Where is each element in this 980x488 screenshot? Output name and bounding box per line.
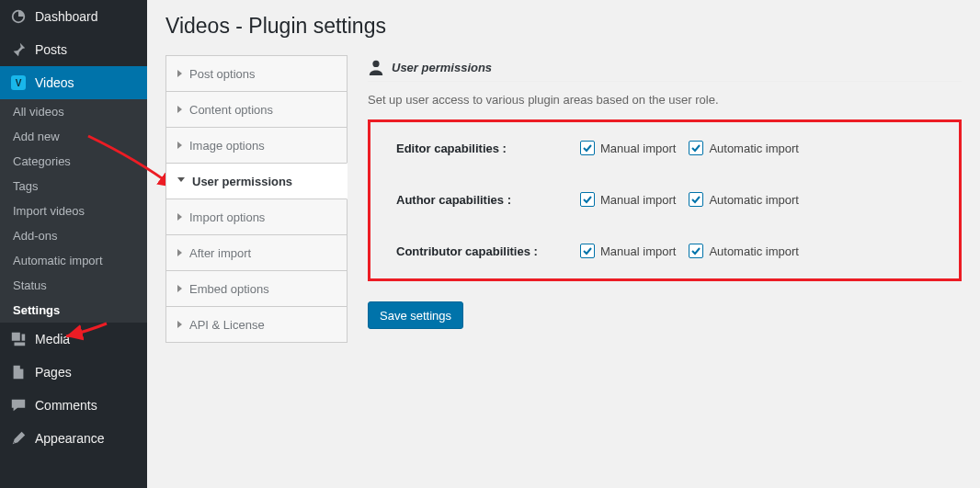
- chk-label: Automatic import: [709, 193, 799, 207]
- video-icon: V: [9, 74, 28, 92]
- sub-item-addons[interactable]: Add-ons: [0, 223, 147, 248]
- sidebar-item-appearance[interactable]: Appearance: [0, 422, 147, 455]
- check-icon: [689, 244, 703, 258]
- chk-label: Automatic import: [709, 244, 799, 258]
- panel-note: Set up user access to various plugin are…: [368, 81, 962, 107]
- sidebar-sub-videos: All videos Add new Categories Tags Impor…: [0, 99, 147, 323]
- brush-icon: [9, 429, 28, 448]
- sidebar-label: Pages: [35, 365, 72, 380]
- cap-label: Author capabilities :: [396, 193, 580, 207]
- checkbox-contributor-auto[interactable]: Automatic import: [689, 244, 799, 258]
- sidebar-item-dashboard[interactable]: Dashboard: [0, 0, 147, 33]
- sidebar-label: Dashboard: [35, 9, 98, 24]
- tab-content-options[interactable]: Content options: [165, 91, 348, 128]
- sub-item-automatic-import[interactable]: Automatic import: [0, 248, 147, 273]
- checkbox-author-auto[interactable]: Automatic import: [689, 192, 799, 207]
- chk-label: Manual import: [600, 244, 676, 258]
- capabilities-box: Editor capabilities : Manual import Auto…: [368, 119, 962, 281]
- tab-label: Image options: [189, 139, 265, 153]
- chk-label: Manual import: [600, 142, 676, 155]
- sub-item-import-videos[interactable]: Import videos: [0, 199, 147, 223]
- comment-icon: [9, 396, 28, 414]
- tab-api-license[interactable]: API & License: [165, 306, 348, 343]
- user-icon: [368, 59, 384, 75]
- sub-item-status[interactable]: Status: [0, 273, 147, 298]
- check-icon: [689, 141, 703, 155]
- page-icon: [9, 363, 28, 381]
- checkbox-contributor-manual[interactable]: Manual import: [580, 244, 676, 258]
- check-icon: [689, 192, 703, 207]
- sub-item-tags[interactable]: Tags: [0, 174, 147, 199]
- pin-icon: [9, 40, 28, 59]
- main-content: Videos - Plugin settings Post options Co…: [147, 0, 980, 488]
- check-icon: [580, 192, 595, 207]
- sidebar-item-pages[interactable]: Pages: [0, 356, 147, 389]
- svg-point-0: [372, 61, 379, 67]
- tab-import-options[interactable]: Import options: [165, 199, 348, 235]
- chk-label: Automatic import: [709, 142, 799, 155]
- check-icon: [580, 244, 595, 258]
- cap-label: Editor capabilities :: [396, 142, 580, 155]
- tab-image-options[interactable]: Image options: [165, 127, 348, 164]
- dashboard-icon: [9, 7, 28, 26]
- tab-label: Content options: [189, 103, 273, 117]
- sub-item-all-videos[interactable]: All videos: [0, 99, 147, 124]
- cap-row-author: Author capabilities : Manual import Auto…: [396, 192, 933, 207]
- tab-label: Embed options: [189, 282, 269, 296]
- cap-row-contributor: Contributor capabilities : Manual import…: [396, 244, 933, 258]
- sidebar-label: Videos: [35, 75, 74, 90]
- tab-label: User permissions: [192, 175, 292, 188]
- tab-label: Import options: [189, 210, 265, 224]
- tab-label: Post options: [189, 67, 256, 81]
- checkbox-editor-auto[interactable]: Automatic import: [689, 141, 799, 155]
- tab-post-options[interactable]: Post options: [165, 55, 348, 92]
- checkbox-editor-manual[interactable]: Manual import: [580, 141, 676, 155]
- save-settings-button[interactable]: Save settings: [368, 301, 463, 329]
- sidebar-item-videos[interactable]: V Videos: [0, 66, 147, 99]
- settings-tabs: Post options Content options Image optio…: [165, 55, 348, 342]
- sidebar-label: Media: [35, 332, 70, 346]
- chk-label: Manual import: [600, 193, 676, 207]
- tab-after-import[interactable]: After import: [165, 234, 348, 271]
- checkbox-author-manual[interactable]: Manual import: [580, 192, 676, 207]
- sub-item-add-new[interactable]: Add new: [0, 124, 147, 149]
- sidebar-item-comments[interactable]: Comments: [0, 389, 147, 422]
- cap-label: Contributor capabilities :: [396, 244, 580, 258]
- sidebar-label: Appearance: [35, 431, 105, 446]
- page-title: Videos - Plugin settings: [165, 9, 962, 55]
- tab-embed-options[interactable]: Embed options: [165, 270, 348, 307]
- sidebar-label: Comments: [35, 398, 97, 413]
- admin-sidebar: Dashboard Posts V Videos All videos Add …: [0, 0, 147, 488]
- panel-title: User permissions: [392, 61, 492, 74]
- media-icon: [9, 330, 28, 348]
- sidebar-item-posts[interactable]: Posts: [0, 33, 147, 66]
- sub-item-categories[interactable]: Categories: [0, 149, 147, 174]
- sub-item-settings[interactable]: Settings: [0, 298, 147, 323]
- tab-label: API & License: [189, 318, 265, 332]
- tab-label: After import: [189, 246, 251, 260]
- tab-user-permissions[interactable]: User permissions: [165, 163, 348, 199]
- settings-panel: User permissions Set up user access to v…: [347, 55, 962, 342]
- cap-row-editor: Editor capabilities : Manual import Auto…: [396, 141, 933, 155]
- sidebar-label: Posts: [35, 42, 67, 57]
- check-icon: [580, 141, 595, 155]
- sidebar-item-media[interactable]: Media: [0, 323, 147, 356]
